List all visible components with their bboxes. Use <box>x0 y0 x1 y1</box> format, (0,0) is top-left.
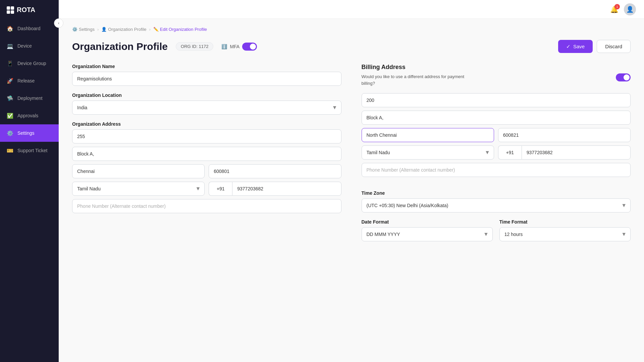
approvals-icon: ✅ <box>7 112 13 119</box>
save-button[interactable]: ✓ Save <box>558 40 593 53</box>
sidebar-collapse-button[interactable]: ‹ <box>54 18 63 28</box>
timezone-label: Time Zone <box>362 190 631 196</box>
page-title: Organization Profile <box>72 41 168 52</box>
mfa-toggle-thumb <box>250 44 256 50</box>
billing-phone-input[interactable] <box>522 145 631 160</box>
date-format-label: Date Format <box>362 219 493 225</box>
org-state-select[interactable]: Tamil Nadu <box>72 182 205 196</box>
sidebar-item-device-group[interactable]: 📱 Device Group <box>0 55 59 72</box>
org-name-label: Organization Name <box>72 64 341 69</box>
time-format-col: Time Format 12 hours ▼ <box>499 219 631 241</box>
billing-phone-row: +91 <box>498 145 631 160</box>
billing-title: Billing Address <box>362 64 631 71</box>
billing-form-section: Billing Address Would you like to use a … <box>362 64 631 241</box>
sidebar-item-label: Device Group <box>17 61 46 66</box>
discard-label: Discard <box>605 44 622 49</box>
page-header-actions: ✓ Save Discard <box>558 40 631 53</box>
support-ticket-icon: 🎫 <box>7 147 13 154</box>
billing-address2-input[interactable] <box>362 111 631 125</box>
discard-button[interactable]: Discard <box>597 40 631 53</box>
user-avatar[interactable]: 👤 <box>624 3 636 15</box>
date-format-col: Date Format DD MMM YYYY ▼ <box>362 219 493 241</box>
sidebar-item-deployment[interactable]: 🛸 Deployment <box>0 89 59 107</box>
sidebar-item-label: Release <box>17 78 35 83</box>
org-city-input[interactable] <box>72 164 205 178</box>
sidebar-item-support-ticket[interactable]: 🎫 Support Ticket <box>0 142 59 159</box>
billing-toggle-thumb <box>624 74 630 80</box>
org-id-value: 1172 <box>199 44 209 49</box>
date-format-select[interactable]: DD MMM YYYY <box>362 227 493 241</box>
billing-toggle-text: Would you like to use a different addres… <box>362 73 469 86</box>
sidebar-item-approvals[interactable]: ✅ Approvals <box>0 107 59 124</box>
billing-state-phone-row: Tamil Nadu ▼ +91 <box>362 145 631 160</box>
timezone-select[interactable]: (UTC +05:30) New Delhi (Asia/Kolkata) <box>362 198 631 213</box>
main-area: 🔔 1 👤 ⚙️ Settings › 👤 Organization Profi… <box>59 0 644 362</box>
billing-address-group: Billing Address Would you like to use a … <box>362 64 631 184</box>
sidebar-item-label: Settings <box>17 130 35 136</box>
sidebar-item-settings[interactable]: ⚙️ Settings <box>0 124 59 142</box>
logo-icon <box>7 6 14 14</box>
org-address-line2-input[interactable] <box>72 147 341 161</box>
device-group-icon: 📱 <box>7 60 13 67</box>
org-name-input[interactable] <box>72 72 341 86</box>
form-layout: Organization Name Organization Location … <box>72 64 631 241</box>
sidebar: ROTA ‹ 🏠 Dashboard 💻 Device 📱 Device Gro… <box>0 0 59 362</box>
app-logo[interactable]: ROTA <box>0 0 59 20</box>
device-icon: 💻 <box>7 43 13 49</box>
billing-state-select-wrapper: Tamil Nadu ▼ <box>362 145 494 160</box>
org-location-label: Organization Location <box>72 93 341 98</box>
sidebar-item-label: Approvals <box>17 113 38 118</box>
sidebar-item-label: Device <box>17 43 32 49</box>
org-address-group: Organization Address Tamil Nadu ▼ <box>72 121 341 213</box>
city-zip-row <box>72 164 341 178</box>
time-format-label: Time Format <box>499 219 631 225</box>
billing-address1-input[interactable] <box>362 93 631 107</box>
billing-city-zip-row <box>362 128 631 142</box>
org-profile-breadcrumb-icon: 👤 <box>101 27 107 32</box>
breadcrumb-edit-org-profile[interactable]: ✏️ Edit Organization Profile <box>153 27 207 32</box>
sidebar-item-label: Support Ticket <box>17 148 48 153</box>
breadcrumb-settings[interactable]: ⚙️ Settings <box>72 27 95 32</box>
save-label: Save <box>573 44 585 49</box>
deployment-icon: 🛸 <box>7 95 13 102</box>
app-name: ROTA <box>17 6 35 14</box>
sidebar-item-release[interactable]: 🚀 Release <box>0 72 59 89</box>
page-header: Organization Profile ORG ID: 1172 ℹ️ MFA… <box>72 40 631 53</box>
settings-breadcrumb-icon: ⚙️ <box>72 27 77 32</box>
mfa-toggle[interactable] <box>242 43 257 51</box>
sidebar-item-device[interactable]: 💻 Device <box>0 37 59 55</box>
org-name-group: Organization Name <box>72 64 341 86</box>
edit-breadcrumb-icon: ✏️ <box>153 27 159 32</box>
org-form-section: Organization Name Organization Location … <box>72 64 341 241</box>
org-address-line1-input[interactable] <box>72 129 341 143</box>
sidebar-item-dashboard[interactable]: 🏠 Dashboard <box>0 20 59 37</box>
time-format-select-wrapper: 12 hours ▼ <box>499 227 631 241</box>
page-content: ⚙️ Settings › 👤 Organization Profile › ✏… <box>59 19 644 362</box>
org-location-group: Organization Location India ▼ <box>72 93 341 115</box>
billing-toggle[interactable] <box>616 73 631 81</box>
mfa-icon: ℹ️ <box>221 44 227 49</box>
org-location-select[interactable]: India <box>72 101 341 115</box>
billing-toggle-row: Would you like to use a different addres… <box>362 73 631 86</box>
save-check-icon: ✓ <box>566 44 571 50</box>
org-phone-input[interactable] <box>232 182 341 196</box>
org-alt-phone-input[interactable] <box>72 199 341 213</box>
sidebar-nav: 🏠 Dashboard 💻 Device 📱 Device Group 🚀 Re… <box>0 20 59 362</box>
notification-button[interactable]: 🔔 1 <box>610 5 619 13</box>
mfa-badge: ℹ️ MFA <box>221 43 257 51</box>
billing-alt-phone-input[interactable] <box>362 163 631 177</box>
breadcrumb: ⚙️ Settings › 👤 Organization Profile › ✏… <box>72 27 631 32</box>
billing-zip-input[interactable] <box>498 128 631 142</box>
breadcrumb-org-profile[interactable]: 👤 Organization Profile <box>101 27 146 32</box>
billing-state-select[interactable]: Tamil Nadu <box>362 145 494 160</box>
timezone-select-wrapper: (UTC +05:30) New Delhi (Asia/Kolkata) ▼ <box>362 198 631 213</box>
org-address-label: Organization Address <box>72 121 341 127</box>
topbar: 🔔 1 👤 <box>59 0 644 19</box>
breadcrumb-org-profile-label: Organization Profile <box>108 27 146 32</box>
org-location-select-wrapper: India ▼ <box>72 101 341 115</box>
time-format-select[interactable]: 12 hours <box>499 227 631 241</box>
settings-icon: ⚙️ <box>7 130 13 136</box>
org-zip-input[interactable] <box>209 164 341 178</box>
page-header-left: Organization Profile ORG ID: 1172 ℹ️ MFA <box>72 41 257 52</box>
billing-city-input[interactable] <box>362 128 494 142</box>
